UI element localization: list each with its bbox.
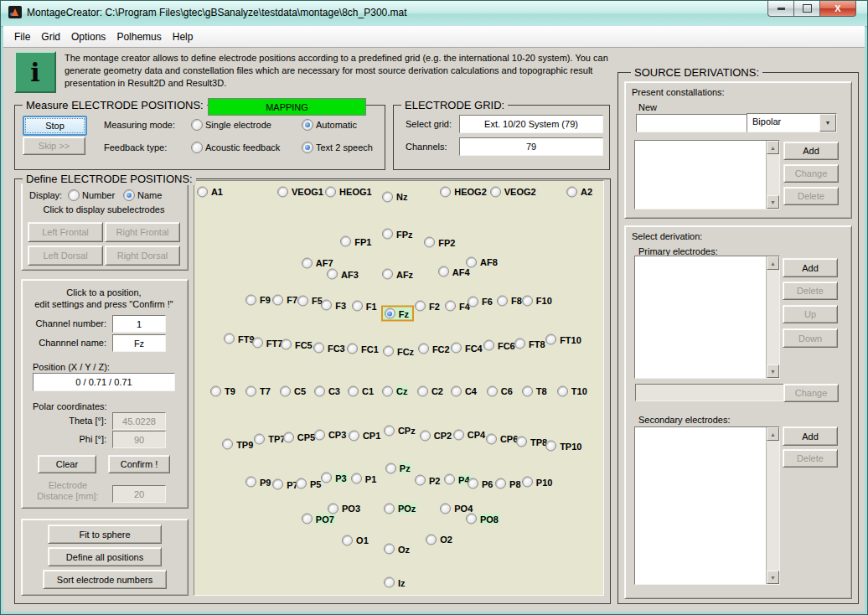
electrode-F3[interactable]: F3 [321,300,347,311]
electrode-radio-F9[interactable] [245,294,256,305]
scroll-down-icon[interactable]: ▼ [767,364,779,378]
electrode-radio-FC4[interactable] [451,343,462,354]
electrode-radio-VEOG1[interactable] [277,186,288,197]
electrode-radio-C6[interactable] [487,385,498,396]
electrode-TP7[interactable]: TP7 [254,433,286,444]
electrode-FC6[interactable]: FC6 [483,340,516,351]
electrode-CPz[interactable]: CPz [384,425,416,436]
electrode-radio-PO3[interactable] [328,503,338,514]
electrode-F1[interactable]: F1 [352,301,378,312]
electrode-CP3[interactable]: CP3 [314,429,347,440]
electrode-FC2[interactable]: FC2 [418,344,451,354]
electrode-radio-AF8[interactable] [466,256,477,267]
minimize-button[interactable] [767,1,794,17]
electrode-POz[interactable]: POz [384,503,416,514]
electrode-radio-CP3[interactable] [314,429,325,440]
electrode-T8[interactable]: T8 [522,385,548,396]
electrode-radio-P7[interactable] [272,479,283,490]
clear-button[interactable]: Clear [38,455,96,473]
electrode-radio-T10[interactable] [557,385,568,396]
electrode-P3[interactable]: P3 [321,473,347,483]
electrode-P2[interactable]: P2 [415,475,441,486]
electrode-radio-TP10[interactable] [545,441,556,452]
electrode-radio-PO4[interactable] [440,503,451,514]
electrode-TP8[interactable]: TP8 [516,437,548,447]
electrode-VEOG2[interactable]: VEOG2 [490,186,537,197]
electrode-radio-FCz[interactable] [383,346,394,357]
electrode-PO7[interactable]: PO7 [302,514,335,525]
electrode-radio-F3[interactable] [321,300,332,311]
electrode-P7[interactable]: P7 [272,479,298,490]
electrode-radio-CP2[interactable] [420,430,431,441]
electrode-P5[interactable]: P5 [296,478,322,489]
electrode-FT7[interactable]: FT7 [252,338,284,349]
electrode-C4[interactable]: C4 [451,385,478,396]
secondary-add-button[interactable]: Add [783,426,838,446]
electrode-PO4[interactable]: PO4 [440,503,473,514]
electrode-radio-P4[interactable] [444,474,455,485]
electrode-radio-POz[interactable] [384,503,395,514]
electrode-FP1[interactable]: FP1 [340,236,372,247]
title-bar[interactable]: MontageCreator: C:\Program Files\gtec\gB… [1,1,867,27]
electrode-radio-T8[interactable] [522,385,533,396]
electrode-F8[interactable]: F8 [497,295,523,306]
electrode-CP6[interactable]: CP6 [486,433,519,444]
electrode-PO3[interactable]: PO3 [328,503,361,514]
electrode-radio-C1[interactable] [348,385,359,396]
electrode-CP5[interactable]: CP5 [283,432,316,442]
electrode-HEOG1[interactable]: HEOG1 [325,186,373,197]
electrode-radio-FT8[interactable] [514,339,525,349]
electrode-FCz[interactable]: FCz [383,346,415,357]
electrode-radio-FP1[interactable] [340,236,351,247]
primary-electrodes-listbox[interactable]: ▲ ▼ [634,256,780,379]
electrode-T10[interactable]: T10 [557,385,588,396]
electrode-radio-FC5[interactable] [281,339,292,350]
electrode-AFz[interactable]: AFz [382,269,414,280]
electrode-radio-AFz[interactable] [382,269,393,280]
electrode-radio-CP4[interactable] [453,429,464,440]
menu-help[interactable]: Help [173,31,194,43]
channel-number-field[interactable]: 1 [112,315,166,333]
electrode-radio-Iz[interactable] [384,577,395,588]
electrode-radio-TP7[interactable] [254,433,265,444]
electrode-radio-O1[interactable] [342,535,353,545]
electrode-radio-C4[interactable] [451,385,462,396]
electrode-radio-TP9[interactable] [222,439,233,450]
electrode-radio-P9[interactable] [245,477,256,488]
electrode-Nz[interactable]: Nz [382,191,408,202]
confirm-button[interactable]: Confirm ! [108,455,170,473]
electrode-radio-P8[interactable] [495,478,506,489]
electrode-TP10[interactable]: TP10 [545,441,582,452]
electrode-AF3[interactable]: AF3 [327,269,359,280]
electrode-radio-FT10[interactable] [545,334,556,345]
electrode-radio-P5[interactable] [296,478,307,489]
electrode-FC3[interactable]: FC3 [313,343,346,354]
electrode-CP2[interactable]: CP2 [420,430,452,441]
constellations-listbox[interactable]: ▲ ▼ [634,140,780,209]
electrode-radio-C3[interactable] [314,385,325,396]
electrode-F2[interactable]: F2 [415,301,441,312]
electrode-P1[interactable]: P1 [351,473,377,484]
electrode-radio-C2[interactable] [417,385,428,396]
electrode-radio-C5[interactable] [280,385,291,396]
electrode-C1[interactable]: C1 [348,385,375,396]
electrode-radio-P1[interactable] [351,473,362,484]
electrode-Pz[interactable]: Pz [385,463,411,473]
electrode-radio-O2[interactable] [426,534,437,545]
electrode-FC4[interactable]: FC4 [451,343,483,354]
electrode-A1[interactable]: A1 [197,186,224,197]
electrode-radio-AF7[interactable] [302,257,313,268]
maximize-button[interactable] [793,1,820,17]
electrode-radio-P3[interactable] [321,473,332,483]
secondary-electrodes-listbox[interactable]: ▲ ▼ [634,426,780,585]
electrode-radio-Cz[interactable] [382,385,393,396]
scroll-up-icon[interactable]: ▲ [767,256,779,270]
electrode-radio-CPz[interactable] [384,425,395,436]
automatic-radio[interactable] [302,119,313,131]
electrode-O1[interactable]: O1 [342,535,369,545]
electrode-radio-FT9[interactable] [224,333,235,344]
electrode-AF8[interactable]: AF8 [466,256,499,267]
electrode-TP9[interactable]: TP9 [222,439,254,450]
electrode-radio-FC3[interactable] [313,343,324,354]
electrode-radio-PO8[interactable] [466,514,477,525]
